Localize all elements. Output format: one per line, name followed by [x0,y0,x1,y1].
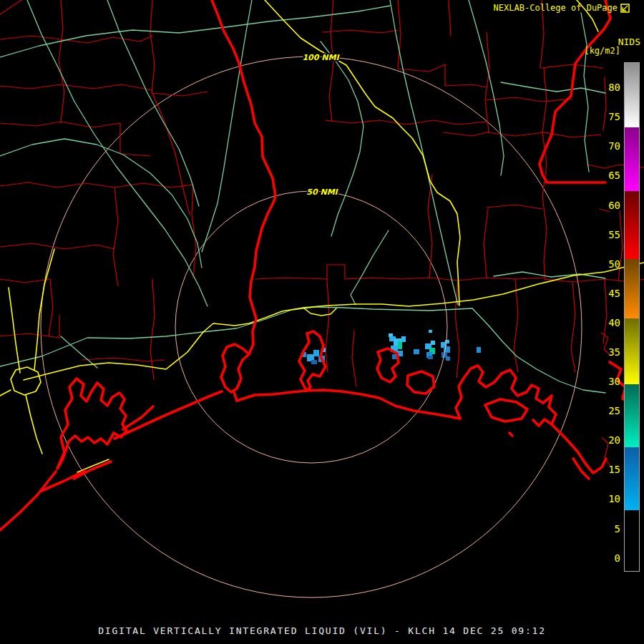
brand-text: NEXLAB-College of DuPage [494,4,618,13]
radar-echo-cell [431,341,435,345]
colorbar-segment [625,63,639,127]
product-caption: DIGITAL VERTICALLY INTEGRATED LIQUID (VI… [0,625,644,636]
colorbar-segment [625,127,639,191]
water-coastline-layer [0,0,638,530]
ring-label: 50 NMI [306,187,338,197]
brand-link[interactable]: NEXLAB-College of DuPage [494,4,630,13]
yellow-roads-layer [0,0,644,472]
radar-echo-cell [446,356,450,361]
colorbar-segment [625,384,639,447]
units-label: [kg/m2] [584,46,620,56]
colorbar-segment [625,191,639,259]
range-rings [41,57,582,597]
range-ring-100nmi [41,57,582,597]
external-link-icon [620,4,630,13]
nids-label: NIDS [618,36,640,47]
radar-echoes-layer [302,330,481,364]
radar-echo-cell [398,341,402,349]
radar-echo-cell [428,356,433,359]
radar-echo-cell [414,349,419,354]
colorbar-segment [625,510,639,570]
colorbar-segment [625,447,639,510]
colorbar-segment [625,259,639,318]
ring-label: 100 NMI [302,53,340,62]
radar-echo-cell [429,330,432,333]
radar-viewer: 100 NMI50 NMI NEXLAB-College of DuPage N… [0,0,644,644]
radar-echo-cell [477,347,481,353]
range-ring-50nmi [175,191,447,463]
county-borders-layer [0,0,644,465]
radar-echo-cell [445,340,449,343]
radar-echo-cell [401,336,406,342]
radar-echo-cell [311,360,317,364]
colorbar-gradient [625,63,639,571]
radar-map: 100 NMI50 NMI [0,0,644,644]
colorbar-segment [625,318,639,384]
radar-echo-cell [313,350,319,356]
colorbar [624,62,640,572]
